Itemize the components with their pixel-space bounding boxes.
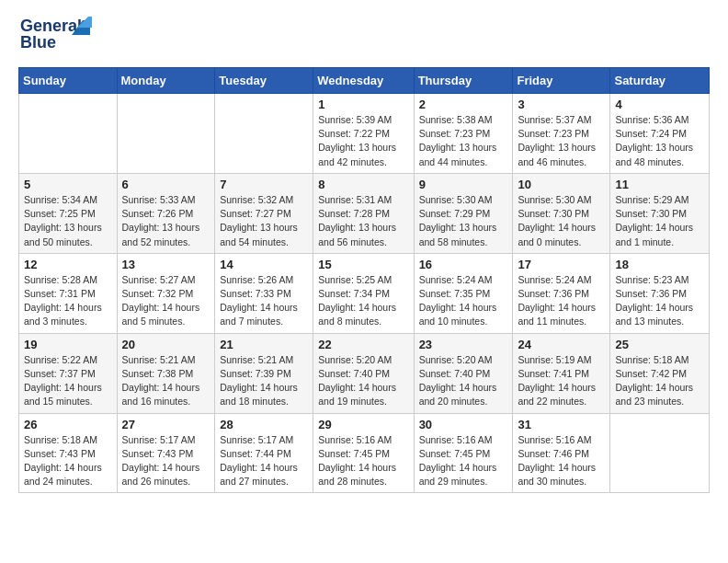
day-cell: 17Sunrise: 5:24 AM Sunset: 7:36 PM Dayli… [513,253,610,333]
day-info: Sunrise: 5:16 AM Sunset: 7:45 PM Dayligh… [318,433,408,489]
day-number: 13 [122,258,210,271]
day-number: 8 [318,178,408,191]
day-info: Sunrise: 5:27 AM Sunset: 7:32 PM Dayligh… [122,273,210,329]
day-cell: 28Sunrise: 5:17 AM Sunset: 7:44 PM Dayli… [215,413,313,493]
day-cell: 23Sunrise: 5:20 AM Sunset: 7:40 PM Dayli… [414,333,513,413]
day-number: 20 [122,338,210,351]
day-cell: 3Sunrise: 5:37 AM Sunset: 7:23 PM Daylig… [513,94,610,174]
day-cell: 26Sunrise: 5:18 AM Sunset: 7:43 PM Dayli… [19,413,118,493]
day-cell: 16Sunrise: 5:24 AM Sunset: 7:35 PM Dayli… [414,253,513,333]
day-number: 7 [220,178,308,191]
weekday-header-sunday: Sunday [19,68,118,94]
day-cell: 6Sunrise: 5:33 AM Sunset: 7:26 PM Daylig… [117,173,215,253]
day-cell: 2Sunrise: 5:38 AM Sunset: 7:23 PM Daylig… [414,94,513,174]
logo: GeneralBlue [18,15,96,56]
day-info: Sunrise: 5:37 AM Sunset: 7:23 PM Dayligh… [518,113,605,169]
day-cell [215,94,313,174]
day-info: Sunrise: 5:23 AM Sunset: 7:36 PM Dayligh… [615,273,704,329]
day-number: 22 [318,338,408,351]
day-number: 25 [615,338,704,351]
day-number: 5 [24,178,112,191]
day-info: Sunrise: 5:30 AM Sunset: 7:29 PM Dayligh… [419,193,508,249]
day-info: Sunrise: 5:26 AM Sunset: 7:33 PM Dayligh… [220,273,308,329]
day-cell: 9Sunrise: 5:30 AM Sunset: 7:29 PM Daylig… [414,173,513,253]
day-cell: 8Sunrise: 5:31 AM Sunset: 7:28 PM Daylig… [313,173,414,253]
day-cell: 19Sunrise: 5:22 AM Sunset: 7:37 PM Dayli… [19,333,118,413]
day-number: 31 [518,418,605,431]
day-cell: 24Sunrise: 5:19 AM Sunset: 7:41 PM Dayli… [513,333,610,413]
day-cell: 29Sunrise: 5:16 AM Sunset: 7:45 PM Dayli… [313,413,414,493]
logo-icon: GeneralBlue [18,15,92,56]
day-info: Sunrise: 5:31 AM Sunset: 7:28 PM Dayligh… [318,193,408,249]
day-info: Sunrise: 5:19 AM Sunset: 7:41 PM Dayligh… [518,353,605,409]
day-cell: 31Sunrise: 5:16 AM Sunset: 7:46 PM Dayli… [513,413,610,493]
day-number: 19 [24,338,112,351]
week-row-2: 5Sunrise: 5:34 AM Sunset: 7:25 PM Daylig… [19,173,710,253]
day-cell: 21Sunrise: 5:21 AM Sunset: 7:39 PM Dayli… [215,333,313,413]
weekday-header-monday: Monday [117,68,215,94]
day-number: 28 [220,418,308,431]
week-row-4: 19Sunrise: 5:22 AM Sunset: 7:37 PM Dayli… [19,333,710,413]
day-info: Sunrise: 5:29 AM Sunset: 7:30 PM Dayligh… [615,193,704,249]
day-number: 10 [518,178,605,191]
day-cell: 4Sunrise: 5:36 AM Sunset: 7:24 PM Daylig… [610,94,710,174]
day-number: 24 [518,338,605,351]
svg-text:General: General [20,17,82,35]
day-cell: 30Sunrise: 5:16 AM Sunset: 7:45 PM Dayli… [414,413,513,493]
day-info: Sunrise: 5:18 AM Sunset: 7:42 PM Dayligh… [615,353,704,409]
day-info: Sunrise: 5:36 AM Sunset: 7:24 PM Dayligh… [615,113,704,169]
weekday-header-wednesday: Wednesday [313,68,414,94]
header: GeneralBlue [18,15,710,56]
day-info: Sunrise: 5:25 AM Sunset: 7:34 PM Dayligh… [318,273,408,329]
day-number: 11 [615,178,704,191]
day-info: Sunrise: 5:20 AM Sunset: 7:40 PM Dayligh… [419,353,508,409]
day-info: Sunrise: 5:28 AM Sunset: 7:31 PM Dayligh… [24,273,112,329]
day-number: 14 [220,258,308,271]
day-number: 17 [518,258,605,271]
day-info: Sunrise: 5:18 AM Sunset: 7:43 PM Dayligh… [24,433,112,489]
day-info: Sunrise: 5:30 AM Sunset: 7:30 PM Dayligh… [518,193,605,249]
day-cell: 13Sunrise: 5:27 AM Sunset: 7:32 PM Dayli… [117,253,215,333]
day-info: Sunrise: 5:39 AM Sunset: 7:22 PM Dayligh… [318,113,408,169]
day-info: Sunrise: 5:21 AM Sunset: 7:39 PM Dayligh… [220,353,308,409]
weekday-header-friday: Friday [513,68,610,94]
day-number: 29 [318,418,408,431]
day-number: 12 [24,258,112,271]
day-info: Sunrise: 5:16 AM Sunset: 7:46 PM Dayligh… [518,433,605,489]
day-cell: 5Sunrise: 5:34 AM Sunset: 7:25 PM Daylig… [19,173,118,253]
day-cell: 15Sunrise: 5:25 AM Sunset: 7:34 PM Dayli… [313,253,414,333]
day-number: 3 [518,98,605,111]
day-number: 23 [419,338,508,351]
day-info: Sunrise: 5:20 AM Sunset: 7:40 PM Dayligh… [318,353,408,409]
day-info: Sunrise: 5:22 AM Sunset: 7:37 PM Dayligh… [24,353,112,409]
weekday-header-thursday: Thursday [414,68,513,94]
day-info: Sunrise: 5:32 AM Sunset: 7:27 PM Dayligh… [220,193,308,249]
day-cell: 10Sunrise: 5:30 AM Sunset: 7:30 PM Dayli… [513,173,610,253]
day-cell: 22Sunrise: 5:20 AM Sunset: 7:40 PM Dayli… [313,333,414,413]
day-number: 2 [419,98,508,111]
day-cell: 7Sunrise: 5:32 AM Sunset: 7:27 PM Daylig… [215,173,313,253]
day-cell: 11Sunrise: 5:29 AM Sunset: 7:30 PM Dayli… [610,173,710,253]
page: GeneralBlue SundayMondayTuesdayWednesday… [0,0,728,508]
day-cell: 18Sunrise: 5:23 AM Sunset: 7:36 PM Dayli… [610,253,710,333]
week-row-1: 1Sunrise: 5:39 AM Sunset: 7:22 PM Daylig… [19,94,710,174]
day-number: 26 [24,418,112,431]
day-info: Sunrise: 5:33 AM Sunset: 7:26 PM Dayligh… [122,193,210,249]
weekday-header-saturday: Saturday [610,68,710,94]
day-info: Sunrise: 5:34 AM Sunset: 7:25 PM Dayligh… [24,193,112,249]
day-number: 6 [122,178,210,191]
weekday-header-tuesday: Tuesday [215,68,313,94]
day-info: Sunrise: 5:21 AM Sunset: 7:38 PM Dayligh… [122,353,210,409]
day-cell [610,413,710,493]
day-cell: 12Sunrise: 5:28 AM Sunset: 7:31 PM Dayli… [19,253,118,333]
day-info: Sunrise: 5:17 AM Sunset: 7:44 PM Dayligh… [220,433,308,489]
day-cell: 27Sunrise: 5:17 AM Sunset: 7:43 PM Dayli… [117,413,215,493]
day-info: Sunrise: 5:24 AM Sunset: 7:35 PM Dayligh… [419,273,508,329]
day-number: 4 [615,98,704,111]
day-number: 1 [318,98,408,111]
calendar-table: SundayMondayTuesdayWednesdayThursdayFrid… [18,67,710,493]
day-cell: 20Sunrise: 5:21 AM Sunset: 7:38 PM Dayli… [117,333,215,413]
svg-text:Blue: Blue [20,33,56,52]
day-number: 30 [419,418,508,431]
day-number: 21 [220,338,308,351]
